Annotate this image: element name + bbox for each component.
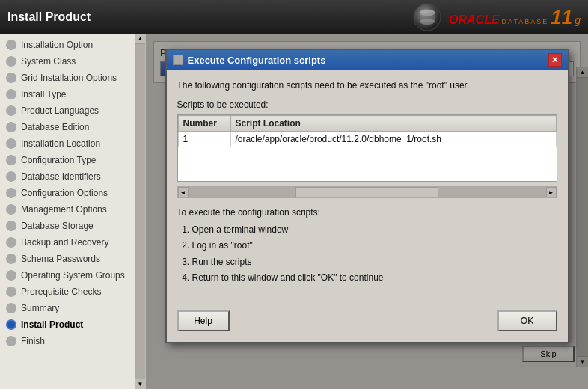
- sidebar: ▲ ▼ Installation Option System Class Gri…: [0, 34, 146, 389]
- sidebar-label: Install Type: [21, 89, 66, 99]
- ok-button[interactable]: OK: [497, 310, 557, 331]
- modal-body: The following configuration scripts need…: [167, 70, 568, 306]
- sidebar-bullet: [6, 89, 16, 99]
- sidebar-bullet: [6, 287, 16, 297]
- table-cell-script-location: /oracle/app/oracle/product/11.2.0/dbhome…: [230, 132, 556, 147]
- sidebar-item-operating-system-groups[interactable]: Operating System Groups: [0, 267, 133, 284]
- modal-footer: Help OK: [167, 306, 568, 342]
- sidebar-bullet: [6, 105, 16, 116]
- sidebar-label: System Class: [21, 56, 76, 67]
- sidebar-item-schema-passwords[interactable]: Schema Passwords: [0, 251, 133, 267]
- sidebar-bullet: [6, 138, 16, 149]
- oracle-g: g: [575, 14, 581, 26]
- oracle-database-label: DATABASE: [502, 18, 549, 25]
- sidebar-label: Schema Passwords: [21, 254, 100, 264]
- sidebar-label: Database Storage: [21, 221, 94, 231]
- sidebar-item-prerequisite-checks[interactable]: Prerequisite Checks: [0, 284, 133, 300]
- sidebar-bullet: [6, 254, 16, 264]
- table-header-number: Number: [178, 116, 230, 132]
- modal-scripts-label: Scripts to be executed:: [177, 99, 557, 110]
- table-cell-number: 1: [178, 132, 230, 147]
- header: Install Product ORACLE DATABASE 11g: [0, 0, 588, 34]
- sidebar-bullet: [6, 221, 16, 231]
- sidebar-scroll-up-btn[interactable]: ▲: [135, 34, 145, 44]
- sidebar-label: Summary: [21, 303, 59, 313]
- sidebar-bullet-active: [6, 319, 16, 330]
- sidebar-bullet: [6, 270, 16, 281]
- table-row: 1 /oracle/app/oracle/product/11.2.0/dbho…: [178, 132, 556, 147]
- sidebar-item-installation-option[interactable]: Installation Option: [0, 37, 133, 53]
- sidebar-item-install-type[interactable]: Install Type: [0, 86, 133, 102]
- sidebar-bullet: [6, 56, 16, 67]
- oracle-version: 11: [551, 7, 572, 27]
- execute-scripts-dialog: Execute Configuration scripts ✕ The foll…: [165, 49, 569, 343]
- table-header-script-location: Script Location: [230, 116, 556, 132]
- sidebar-label: Finish: [21, 336, 45, 346]
- sidebar-item-finish[interactable]: Finish: [0, 333, 133, 349]
- sidebar-label: Product Languages: [21, 105, 99, 116]
- sidebar-item-summary[interactable]: Summary: [0, 300, 133, 316]
- sidebar-label: Installation Option: [21, 40, 93, 50]
- modal-title-left: Execute Configuration scripts: [173, 55, 326, 66]
- hscrollbar-left-btn[interactable]: ◄: [178, 187, 189, 197]
- oracle-brand: ORACLE: [449, 13, 500, 27]
- sidebar-item-configuration-options[interactable]: Configuration Options: [0, 185, 133, 201]
- hscrollbar-track[interactable]: [189, 187, 546, 197]
- scripts-table-wrapper: Number Script Location 1 /oracle/app/ora…: [177, 114, 557, 182]
- sidebar-items-list: Installation Option System Class Grid In…: [0, 34, 145, 352]
- sidebar-bullet: [6, 204, 16, 215]
- hscrollbar-thumb[interactable]: [295, 187, 438, 197]
- sidebar-bullet: [6, 40, 16, 50]
- sidebar-label: Installation Location: [21, 138, 100, 149]
- modal-window-icon: [173, 55, 183, 65]
- help-button[interactable]: Help: [177, 310, 230, 331]
- sidebar-bullet: [6, 237, 16, 248]
- sidebar-label: Database Identifiers: [21, 171, 101, 182]
- sidebar-item-system-class[interactable]: System Class: [0, 53, 133, 70]
- scripts-table-hscrollbar[interactable]: ◄ ►: [177, 186, 557, 198]
- scripts-table: Number Script Location 1 /oracle/app/ora…: [178, 115, 557, 147]
- sidebar-label: Backup and Recovery: [21, 237, 108, 248]
- sidebar-label: Management Options: [21, 204, 107, 215]
- hscrollbar-right-btn[interactable]: ►: [546, 187, 557, 197]
- sidebar-item-product-languages[interactable]: Product Languages: [0, 102, 133, 119]
- sidebar-bullet: [6, 122, 16, 132]
- instruction-item-3: Run the scripts: [192, 255, 557, 269]
- main-layout: ▲ ▼ Installation Option System Class Gri…: [0, 34, 588, 389]
- sidebar-scrollbar[interactable]: ▲ ▼: [135, 34, 145, 389]
- modal-close-button[interactable]: ✕: [548, 53, 562, 67]
- sidebar-label: Configuration Type: [21, 155, 97, 165]
- sidebar-label: Database Edition: [21, 122, 89, 132]
- sidebar-item-installation-location[interactable]: Installation Location: [0, 135, 133, 152]
- sidebar-item-configuration-type[interactable]: Configuration Type: [0, 152, 133, 168]
- app-title: Install Product: [7, 10, 91, 24]
- sidebar-label: Configuration Options: [21, 188, 108, 198]
- instruction-item-2: Log in as "root": [192, 239, 557, 253]
- sidebar-bullet: [6, 73, 16, 83]
- sidebar-scroll-down-btn[interactable]: ▼: [135, 379, 145, 389]
- instruction-item-1: Open a terminal window: [192, 223, 557, 237]
- modal-title: Execute Configuration scripts: [188, 55, 326, 66]
- modal-description: The following configuration scripts need…: [177, 80, 557, 91]
- instructions-section: To execute the configuration scripts: Op…: [177, 206, 557, 285]
- sidebar-bullet: [6, 155, 16, 165]
- sidebar-item-management-options[interactable]: Management Options: [0, 201, 133, 218]
- sidebar-bullet: [6, 171, 16, 182]
- sidebar-item-backup-and-recovery[interactable]: Backup and Recovery: [0, 234, 133, 251]
- sidebar-item-database-edition[interactable]: Database Edition: [0, 119, 133, 135]
- instructions-title: To execute the configuration scripts:: [177, 206, 557, 220]
- sidebar-item-database-identifiers[interactable]: Database Identifiers: [0, 168, 133, 185]
- sidebar-bullet: [6, 336, 16, 346]
- svg-point-4: [420, 19, 435, 25]
- sidebar-item-grid-installation-options[interactable]: Grid Installation Options: [0, 70, 133, 86]
- content-area: Progress 95% ▲ ▼ Skip Execute Conf: [146, 34, 588, 389]
- sidebar-item-install-product[interactable]: Install Product: [0, 316, 133, 333]
- sidebar-bullet: [6, 303, 16, 313]
- modal-titlebar: Execute Configuration scripts ✕: [167, 50, 568, 70]
- instructions-list: Open a terminal window Log in as "root" …: [192, 223, 557, 285]
- sidebar-item-database-storage[interactable]: Database Storage: [0, 218, 133, 234]
- modal-overlay: Execute Configuration scripts ✕ The foll…: [146, 34, 588, 389]
- instruction-item-4: Return to this window and click "OK" to …: [192, 271, 557, 285]
- sidebar-label: Operating System Groups: [21, 270, 125, 281]
- oracle-db-icon: [413, 3, 441, 31]
